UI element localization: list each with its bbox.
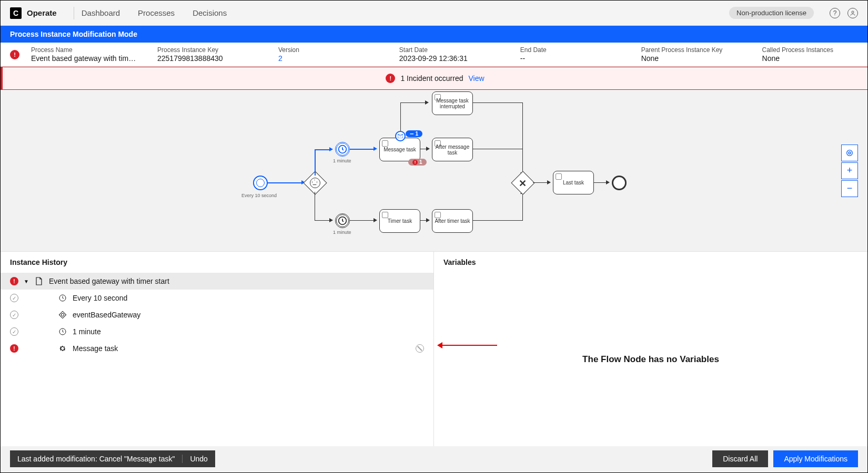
instance-key-value: 2251799813888430	[157, 54, 257, 63]
start-event[interactable]	[253, 176, 268, 190]
zoom-in-button[interactable]: +	[841, 162, 858, 179]
parent-key-value: None	[641, 54, 741, 63]
task-icon	[435, 212, 441, 218]
bottom-panels: Instance History ! ▼ Event based gateway…	[1, 252, 867, 446]
status-ok-icon: ✓	[10, 311, 18, 319]
parent-key-label: Parent Process Instance Key	[641, 46, 741, 54]
timer-event-1min-bot[interactable]	[335, 213, 350, 228]
task-icon	[435, 94, 441, 100]
history-row[interactable]: ✓ eventBasedGateway	[1, 306, 433, 323]
history-row-label: Message task	[73, 344, 118, 353]
history-row[interactable]: ✓ 1 minute	[1, 323, 433, 340]
brand: Operate	[27, 8, 57, 17]
arrowhead-icon	[426, 218, 432, 222]
bpmn-diagram[interactable]: Every 10 second 1 minute Message task −1…	[1, 90, 867, 252]
zoom-reset-button[interactable]	[841, 145, 858, 161]
timer-icon	[58, 293, 67, 303]
history-row[interactable]: ✓ Every 10 second	[1, 290, 433, 306]
user-icon[interactable]	[847, 8, 858, 18]
start-date-value: 2023-09-29 12:36:31	[399, 54, 499, 63]
process-name-value: Event based gateway with timer ...	[31, 54, 136, 63]
file-icon	[34, 276, 44, 286]
task-icon	[435, 140, 441, 147]
svg-point-4	[847, 150, 853, 156]
instance-metadata: ! Process NameEvent based gateway with t…	[1, 43, 867, 67]
status-ok-icon: ✓	[10, 327, 18, 336]
incident-view-link[interactable]: View	[468, 74, 484, 83]
arrowhead-icon	[425, 100, 431, 105]
footer-bar: Last added modification: Cancel "Message…	[1, 445, 867, 472]
edge	[400, 102, 401, 112]
end-date-label: End Date	[520, 46, 620, 54]
timer-icon	[58, 327, 67, 336]
arrowhead-icon	[329, 147, 335, 151]
apply-modifications-button[interactable]: Apply Modifications	[773, 450, 858, 467]
node-timer-task[interactable]: Timer task	[379, 209, 420, 233]
process-name-label: Process Name	[31, 46, 136, 54]
zoom-controls: + −	[841, 145, 858, 197]
history-row-label: Event based gateway with timer start	[49, 277, 169, 285]
called-instances-value: None	[762, 54, 837, 63]
task-icon	[556, 173, 562, 180]
called-instances-label: Called Process Instances	[762, 46, 837, 54]
nav-decisions[interactable]: Decisions	[193, 8, 227, 17]
edge	[400, 112, 401, 131]
no-variables-message: The Flow Node has no Variables	[434, 273, 867, 446]
arrowhead-icon	[606, 180, 612, 184]
instance-key-label: Process Instance Key	[157, 46, 257, 54]
help-icon[interactable]: ?	[830, 8, 840, 18]
exclusive-gateway-icon: ✕	[519, 178, 527, 189]
edge	[315, 192, 315, 220]
incident-banner-icon: !	[386, 74, 395, 83]
discard-all-button[interactable]: Discard All	[712, 450, 768, 467]
history-row-label: eventBasedGateway	[73, 311, 140, 319]
edge	[522, 192, 523, 221]
last-modification-bar: Last added modification: Cancel "Message…	[10, 450, 215, 467]
timer-event-1min-top[interactable]	[335, 142, 350, 157]
edge	[522, 102, 523, 174]
arrowhead-icon	[329, 218, 335, 222]
incident-count-badge: !1	[408, 159, 427, 166]
history-row-root[interactable]: ! ▼ Event based gateway with timer start	[1, 273, 433, 290]
node-last-task[interactable]: Last task	[553, 171, 594, 194]
status-error-icon: !	[10, 277, 18, 285]
modification-mode-banner: Process Instance Modification Mode	[1, 26, 867, 43]
edge	[473, 149, 523, 149]
history-row[interactable]: ! Message task	[1, 340, 433, 357]
gear-icon	[58, 344, 67, 353]
undo-button[interactable]: Undo	[182, 455, 207, 463]
version-value[interactable]: 2	[278, 54, 378, 63]
instance-history-title: Instance History	[1, 252, 433, 273]
zoom-out-button[interactable]: −	[841, 180, 858, 197]
edge	[400, 102, 427, 103]
node-after-timer-task[interactable]: After timer task	[432, 209, 473, 233]
incident-icon: !	[10, 50, 19, 59]
timer-1-label-top: 1 minute	[333, 158, 351, 163]
cancel-count-badge: −1	[406, 130, 422, 137]
incident-banner: ! 1 Incident occurred View	[1, 67, 867, 90]
incident-text: 1 Incident occurred	[400, 74, 463, 83]
nav-processes[interactable]: Processes	[138, 8, 175, 17]
svg-point-5	[849, 152, 851, 154]
nav-dashboard[interactable]: Dashboard	[82, 8, 120, 17]
version-label: Version	[278, 46, 378, 54]
arrowhead-icon	[374, 147, 379, 151]
task-icon	[382, 212, 388, 218]
svg-rect-7	[59, 311, 66, 318]
end-event[interactable]	[612, 176, 627, 190]
top-header: C Operate Dashboard Processes Decisions …	[1, 1, 867, 26]
status-ok-icon: ✓	[10, 294, 18, 302]
edge	[350, 149, 375, 150]
variables-panel: Variables The Flow Node has no Variables	[434, 252, 867, 446]
chevron-down-icon[interactable]: ▼	[24, 279, 29, 284]
svg-point-8	[61, 313, 64, 316]
gateway-icon	[58, 310, 67, 320]
svg-point-0	[852, 11, 854, 13]
license-badge: Non-production license	[729, 7, 814, 19]
history-row-label: Every 10 second	[73, 294, 127, 302]
last-modification-text: Last added modification: Cancel "Message…	[17, 455, 175, 463]
arrowhead-icon	[547, 180, 553, 184]
timer-2-label: 1 minute	[333, 230, 351, 235]
node-message-task-interrupted[interactable]: Message task interrupted	[432, 91, 473, 115]
node-after-message-task[interactable]: After message task	[432, 138, 473, 161]
